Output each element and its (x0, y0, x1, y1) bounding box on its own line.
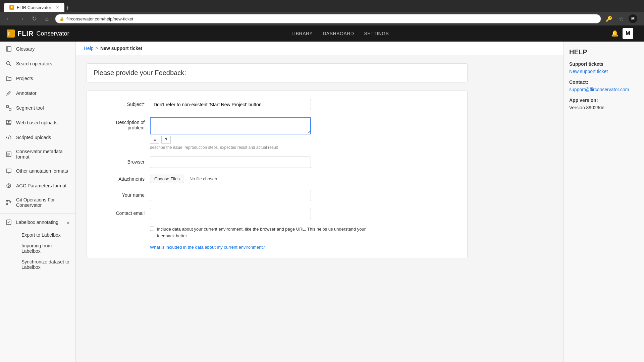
description-hint: describe the issue, reproduction steps, … (150, 145, 311, 150)
support-tickets-title: Support tickets (569, 61, 639, 67)
browser-chrome: F FLIR Conservator × + (0, 0, 644, 12)
tab-close-button[interactable]: × (56, 5, 59, 10)
contact-section: Contact: support@flirconservator.com (569, 79, 639, 92)
browser-user-avatar[interactable]: M (629, 14, 637, 23)
book-icon (5, 46, 12, 52)
svg-point-22 (6, 203, 8, 205)
folder-icon (5, 75, 12, 82)
subject-input[interactable] (150, 99, 311, 110)
checkbox-row: Include data about your current environm… (98, 226, 457, 239)
address-bar[interactable]: 🔒 flirconservator.com/help/new-ticket (55, 14, 601, 23)
breadcrumb-separator: > (96, 46, 98, 51)
your-name-input[interactable] (150, 190, 311, 201)
textarea-toolbar: ≡ ? (150, 136, 311, 144)
sidebar-item-search-operators[interactable]: Search operators (0, 56, 75, 71)
git-icon (5, 199, 12, 206)
sidebar-label-scripted-uploads: Scripted uploads (16, 135, 70, 140)
new-support-ticket-link[interactable]: New support ticket (569, 69, 639, 74)
form-title-box: Please provide your Feedback: (87, 63, 468, 82)
svg-line-5 (9, 64, 11, 66)
form-title: Please provide your Feedback: (94, 69, 186, 76)
sidebar-item-labelbox-group[interactable]: Labelbox annotating ▲ (0, 215, 75, 230)
sidebar-label-conservator-metadata: Conservator metadata format (16, 149, 70, 160)
sidebar-item-agc-parameters[interactable]: AGC Parameters format (0, 178, 75, 193)
sidebar-divider (0, 213, 75, 214)
svg-text:F: F (8, 32, 10, 37)
sidebar-item-export-labelbox[interactable]: Export to Labelbox (16, 230, 75, 240)
sidebar-label-projects: Projects (16, 76, 70, 81)
new-tab-button[interactable]: + (66, 4, 70, 12)
attachments-label: Attachments (98, 176, 145, 182)
content-area: Help > New support ticket Please provide… (76, 42, 564, 362)
subject-required: * (143, 102, 145, 107)
svg-rect-2 (6, 47, 11, 51)
key-icon[interactable]: 🔑 (604, 14, 614, 23)
active-tab[interactable]: F FLIR Conservator × (4, 3, 64, 12)
browser-toolbar: ← → ↻ ⌂ 🔒 flirconservator.com/help/new-t… (0, 12, 644, 25)
sidebar-item-import-labelbox[interactable]: Importing from Labelbox (16, 240, 75, 256)
your-name-row: Your name (98, 190, 457, 201)
nav-dashboard[interactable]: DASHBOARD (323, 31, 354, 36)
app-version-section: App version: Version 890296e (569, 98, 639, 110)
forward-button[interactable]: → (17, 14, 26, 23)
what-included-row: What is included in the data about my cu… (98, 244, 457, 250)
contact-email-input[interactable] (150, 208, 311, 219)
app-version-text: Version 890296e (569, 105, 639, 110)
sidebar-item-scripted-uploads[interactable]: Scripted uploads (0, 130, 75, 145)
env-link[interactable]: What is included in the data about my cu… (150, 245, 265, 250)
bookmark-icon[interactable]: ☆ (616, 14, 626, 23)
sidebar-item-annotator[interactable]: Annotator (0, 86, 75, 101)
description-label: Description of problem (98, 117, 145, 130)
app-logo: F FLIR Conservator (7, 29, 69, 38)
main-body: Glossary Search operators Projects (0, 42, 644, 362)
contact-email: support@flirconservator.com (569, 87, 629, 92)
breadcrumb-current: New support ticket (100, 46, 142, 51)
sidebar-label-other-annotation: Other annotation formats (16, 168, 70, 174)
segment-icon (5, 105, 12, 111)
subject-label: Subject* (98, 99, 145, 107)
textarea-format-button[interactable]: ≡ (150, 136, 159, 144)
nav-library[interactable]: LIBRARY (291, 31, 313, 36)
contact-email-row: Contact email (98, 208, 457, 219)
chevron-up-icon: ▲ (66, 220, 70, 225)
logo-conservator-text: Conservator (36, 30, 69, 37)
sidebar-label-segment-tool: Segment tool (16, 105, 70, 111)
sidebar: Glossary Search operators Projects (0, 42, 76, 362)
sidebar-item-projects[interactable]: Projects (0, 71, 75, 86)
nav-settings[interactable]: SETTINGS (364, 31, 389, 36)
app-version-title: App version: (569, 98, 639, 103)
sidebar-item-web-uploads[interactable]: Web based uploads (0, 115, 75, 130)
sidebar-label-annotator: Annotator (16, 90, 70, 96)
sidebar-item-git-operations[interactable]: Git Operations For Conservator (0, 193, 75, 212)
contact-title: Contact: (569, 79, 639, 85)
sidebar-item-other-annotation[interactable]: Other annotation formats (0, 164, 75, 178)
sidebar-item-conservator-metadata[interactable]: Conservator metadata format (0, 145, 75, 164)
description-wrapper: ≡ ? describe the issue, reproduction ste… (150, 117, 311, 150)
sidebar-item-glossary[interactable]: Glossary (0, 42, 75, 56)
home-button[interactable]: ⌂ (42, 14, 52, 23)
support-tickets-section: Support tickets New support ticket (569, 61, 639, 74)
include-env-checkbox[interactable] (150, 227, 154, 231)
user-badge[interactable]: M (623, 28, 633, 39)
sidebar-label-search-operators: Search operators (16, 61, 70, 66)
breadcrumb-parent[interactable]: Help (84, 46, 94, 51)
your-name-label: Your name (98, 190, 145, 198)
sidebar-item-sync-labelbox[interactable]: Synchronize dataset to Labelbox (16, 256, 75, 273)
back-button[interactable]: ← (4, 14, 13, 23)
app-header: F FLIR Conservator LIBRARY DASHBOARD SET… (0, 25, 644, 42)
choose-files-button[interactable]: Choose Files (150, 175, 184, 183)
textarea-help-button[interactable]: ? (161, 136, 171, 144)
description-textarea[interactable] (150, 117, 311, 134)
tab-favicon: F (9, 5, 14, 10)
sidebar-item-segment-tool[interactable]: Segment tool (0, 101, 75, 115)
notification-icon[interactable]: 🔔 (611, 30, 619, 37)
params-icon (5, 182, 12, 189)
form-body: Subject* Description of problem (87, 90, 468, 258)
logo-flir-text: FLIR (17, 30, 34, 38)
contact-email-label: Contact email (98, 208, 145, 216)
breadcrumb: Help > New support ticket (76, 42, 564, 55)
annotation-icon (5, 168, 12, 174)
browser-input[interactable] (150, 157, 311, 168)
refresh-button[interactable]: ↻ (30, 14, 39, 23)
sidebar-label-git-operations: Git Operations For Conservator (16, 197, 70, 208)
